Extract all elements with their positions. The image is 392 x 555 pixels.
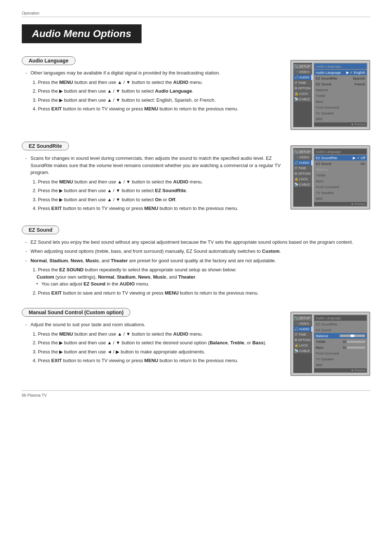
audio-language-step-4: 4. Press EXIT button to return to TV vie…	[25, 105, 282, 113]
section-ez-sound: EZ Sound EZ Sound lets you enjoy the bes…	[22, 226, 370, 297]
audio-language-bullet-1: Other languages may be available if a di…	[25, 69, 282, 77]
section-manual-sound: Manual Sound Control (Custom option) Adj…	[22, 308, 370, 376]
ez-sound-bullet-3: Normal, Stadium, News, Music, and Theate…	[25, 257, 370, 264]
ez-sound-bullet-1: EZ Sound lets you enjoy the best sound w…	[25, 239, 370, 246]
manual-sound-bullet-1: Adjust the sound to suit your taste and …	[25, 321, 282, 328]
page-title: Audio Menu Options	[22, 24, 142, 43]
tv-screenshot-ez-soundrite: 🔧SETUP 📹VIDEO 🔊AUDIO ⏱TIME ⚙OPTION 🔒LOCK	[290, 145, 370, 210]
ez-soundrite-step-3: 3. Press the ▶ button and then use ▲ / ▼…	[25, 196, 282, 203]
section-ez-soundrite: EZ SoundRite Scans for changes in sound …	[22, 142, 370, 214]
ez-sound-sub-bullet: You can also adjust EZ Sound in the AUDI…	[36, 280, 370, 288]
audio-language-header: Audio Language	[22, 56, 75, 65]
ez-soundrite-header: EZ SoundRite	[22, 142, 69, 150]
section-audio-language: Audio Language Other languages may be av…	[22, 56, 370, 130]
ez-soundrite-step-1: 1. Press the MENU button and then use ▲ …	[25, 178, 282, 186]
ez-soundrite-step-4: 4. Press EXIT button to return to TV vie…	[25, 205, 282, 212]
audio-language-step-3: 3. Press the ▶ button and then use ▲ / ▼…	[25, 97, 282, 104]
ez-soundrite-step-2: 2. Press the ▶ button and then use ▲ / ▼…	[25, 187, 282, 194]
operation-label: Operation	[22, 11, 370, 15]
audio-language-step-2: 2. Press the ▶ button and then use ▲ / ▼…	[25, 88, 282, 95]
manual-sound-step-4: 4. Press EXIT button to return to TV vie…	[25, 357, 282, 364]
ez-soundrite-content: EZ SoundRite Scans for changes in sound …	[22, 142, 282, 214]
bottom-label: 66 Plasma TV	[22, 390, 370, 397]
manual-sound-step-2: 2. Press the ▶ button and then use ▲ / ▼…	[25, 339, 282, 347]
manual-sound-header: Manual Sound Control (Custom option)	[22, 308, 130, 317]
tv-screenshot-audio-language: 🔧SETUP 📹VIDEO 🔊AUDIO ⏱TIME ⚙OPTION 🔒LOCK	[290, 60, 370, 130]
audio-language-content: Audio Language Other languages may be av…	[22, 56, 282, 130]
manual-sound-step-1: 1. Press the MENU button and then use ▲ …	[25, 331, 282, 338]
ez-sound-bullet-2: When adjusting sound options (treble, ba…	[25, 248, 370, 255]
ez-soundrite-bullet-1: Scans for changes in sound level during …	[25, 155, 282, 176]
ez-sound-header: EZ Sound	[22, 226, 59, 234]
top-divider	[22, 17, 370, 17]
tv-screenshot-manual-sound: 🔧SETUP 📹VIDEO 🔊AUDIO ⏱TIME ⚙OPTION 🔒LOCK	[290, 312, 370, 376]
ez-sound-step-2: 2. Press EXIT button to save and return …	[25, 289, 370, 297]
ez-sound-step-1: 1. Press the EZ SOUND button repeatedly …	[25, 266, 370, 288]
manual-sound-step-3: 3. Press the ▶ button and then use ◄ / ▶…	[25, 348, 282, 356]
audio-language-step-1: 1. Press the MENU button and then use ▲ …	[25, 79, 282, 86]
manual-sound-content: Manual Sound Control (Custom option) Adj…	[22, 308, 282, 376]
